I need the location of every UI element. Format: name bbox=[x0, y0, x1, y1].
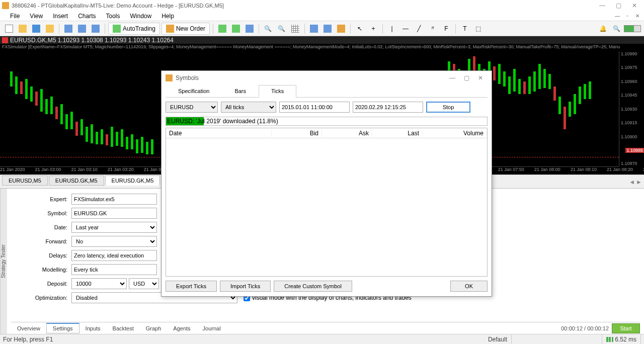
data-window-icon[interactable] bbox=[76, 23, 88, 35]
chart-tab-2[interactable]: EURUSD.GK,M5 bbox=[105, 176, 160, 186]
save-icon[interactable] bbox=[30, 23, 42, 35]
dialog-maximize-icon[interactable]: ▢ bbox=[459, 74, 473, 81]
open-icon[interactable] bbox=[17, 23, 29, 35]
label-icon[interactable]: ⬚ bbox=[472, 23, 485, 35]
tab-next-icon[interactable]: ► bbox=[636, 179, 642, 186]
autoscroll-icon[interactable] bbox=[321, 23, 334, 35]
zoom-in-icon[interactable]: 🔍 bbox=[262, 23, 274, 35]
y-tick: 1.10930 bbox=[621, 107, 637, 112]
start-button[interactable]: Start bbox=[612, 323, 640, 333]
dialog-minimize-icon[interactable]: — bbox=[445, 74, 459, 81]
modelling-input[interactable] bbox=[71, 264, 157, 275]
dtab-specification[interactable]: Specification bbox=[166, 85, 222, 97]
menu-tools[interactable]: Tools bbox=[101, 12, 125, 21]
vline-icon[interactable]: | bbox=[386, 23, 398, 35]
shift-icon[interactable] bbox=[308, 23, 320, 35]
y-tick: 1.10990 bbox=[621, 51, 637, 56]
tile-icon[interactable] bbox=[289, 23, 301, 35]
profiles-icon[interactable] bbox=[44, 23, 56, 35]
tab-agents[interactable]: Agents bbox=[167, 324, 196, 333]
symbol-input[interactable] bbox=[71, 208, 157, 219]
mdi-minimize-icon[interactable]: — bbox=[613, 13, 622, 20]
maximize-button[interactable]: ▢ bbox=[611, 1, 626, 11]
menu-file[interactable]: File bbox=[5, 12, 25, 21]
hline-icon[interactable]: — bbox=[399, 23, 412, 35]
date-select[interactable]: Last year bbox=[71, 222, 157, 233]
create-symbol-button[interactable]: Create Custom Symbol bbox=[274, 281, 352, 292]
dialog-from-input[interactable] bbox=[279, 102, 350, 113]
dtab-ticks[interactable]: Ticks bbox=[259, 85, 296, 98]
dtab-bars[interactable]: Bars bbox=[222, 85, 259, 97]
label-expert: Expert: bbox=[11, 196, 71, 202]
chart-tab-1[interactable]: EURUSD.GK,M5 bbox=[49, 176, 104, 186]
line-chart-icon[interactable] bbox=[244, 23, 256, 35]
tab-settings[interactable]: Settings bbox=[46, 323, 79, 333]
equidistant-icon[interactable]: 〃 bbox=[427, 23, 439, 35]
menu-help[interactable]: Help bbox=[156, 12, 179, 21]
col-volume[interactable]: Volume bbox=[423, 130, 487, 137]
menu-charts[interactable]: Charts bbox=[73, 12, 101, 21]
signal-icon bbox=[606, 337, 613, 342]
dialog-stop-button[interactable]: Stop bbox=[426, 102, 470, 113]
menu-insert[interactable]: Insert bbox=[48, 12, 73, 21]
alert-icon[interactable]: 🔔 bbox=[597, 23, 609, 35]
col-ask[interactable]: Ask bbox=[322, 130, 372, 137]
trendline-icon[interactable]: ╱ bbox=[413, 23, 425, 35]
minimize-button[interactable]: — bbox=[595, 1, 610, 11]
mdi-restore-icon[interactable]: ▫ bbox=[623, 13, 632, 20]
menu-view[interactable]: View bbox=[25, 12, 48, 21]
dialog-ticks-select[interactable]: All ticks bbox=[221, 102, 276, 113]
bar-chart-icon[interactable] bbox=[216, 23, 228, 35]
text-icon[interactable]: T bbox=[459, 23, 471, 35]
tab-graph[interactable]: Graph bbox=[140, 324, 168, 333]
cursor-icon[interactable]: ↖ bbox=[354, 23, 366, 35]
delays-input[interactable] bbox=[71, 250, 157, 261]
menu-window[interactable]: Window bbox=[125, 12, 157, 21]
expert-input[interactable] bbox=[71, 194, 157, 205]
chart-header-text: EURUSD.GK,M5 1.10293 1.10308 1.10293 1.1… bbox=[10, 37, 174, 44]
label-forward: Forward: bbox=[11, 238, 71, 244]
tab-prev-icon[interactable]: ◄ bbox=[629, 179, 635, 186]
status-profile[interactable]: Default bbox=[484, 334, 512, 344]
x-tick: 21 Jan 03:10 bbox=[71, 167, 98, 175]
navigator-icon[interactable] bbox=[90, 23, 102, 35]
zoom-out-icon[interactable]: 🔍 bbox=[276, 23, 288, 35]
forward-select[interactable]: No bbox=[71, 236, 157, 247]
col-bid[interactable]: Bid bbox=[272, 130, 322, 137]
dialog-symbol-select[interactable]: EURUSD bbox=[166, 102, 218, 113]
indicators-icon[interactable] bbox=[335, 23, 347, 35]
tab-overview[interactable]: Overview bbox=[11, 324, 46, 333]
dialog-to-input[interactable] bbox=[353, 102, 423, 113]
tab-inputs[interactable]: Inputs bbox=[79, 324, 107, 333]
label-deposit: Deposit: bbox=[11, 281, 71, 287]
ok-button[interactable]: OK bbox=[450, 281, 488, 292]
menu-bar: File View Insert Charts Tools Window Hel… bbox=[0, 11, 644, 21]
dialog-close-icon[interactable]: ✕ bbox=[473, 74, 488, 81]
fibo-icon[interactable]: F bbox=[440, 23, 452, 35]
x-tick: 21 Jan 08:00 bbox=[534, 167, 560, 175]
y-tick: 1.10945 bbox=[621, 93, 637, 98]
col-last[interactable]: Last bbox=[372, 130, 423, 137]
autotrading-button[interactable]: AutoTrading bbox=[108, 23, 160, 35]
deposit-ccy-select[interactable]: USD bbox=[129, 278, 159, 289]
tab-backtest[interactable]: Backtest bbox=[107, 324, 140, 333]
mdi-close-icon[interactable]: ✕ bbox=[633, 13, 642, 20]
chart-tab-0[interactable]: EURUSD,M5 bbox=[2, 176, 48, 186]
progress-text: EURUSD: 'Jul 2019' downloaded (11.8%) bbox=[167, 118, 278, 125]
export-ticks-button[interactable]: Export Ticks bbox=[166, 281, 217, 292]
deposit-amount-select[interactable]: 10000 bbox=[71, 278, 127, 289]
ticks-grid[interactable]: Date Bid Ask Last Volume bbox=[166, 128, 488, 277]
market-watch-icon[interactable] bbox=[62, 23, 74, 35]
label-optimization: Optimization: bbox=[11, 295, 71, 301]
tab-journal[interactable]: Journal bbox=[197, 324, 227, 333]
y-tick: 1.10900 bbox=[621, 134, 637, 139]
import-ticks-button[interactable]: Import Ticks bbox=[220, 281, 271, 292]
col-date[interactable]: Date bbox=[166, 130, 272, 137]
new-chart-icon[interactable] bbox=[3, 23, 15, 35]
candle-chart-icon[interactable] bbox=[230, 23, 242, 35]
tester-timer: 00:00:12 / 00:00:12 bbox=[561, 325, 612, 331]
close-button[interactable]: ✕ bbox=[627, 1, 642, 11]
crosshair-icon[interactable]: + bbox=[367, 23, 379, 35]
new-order-button[interactable]: New Order bbox=[162, 23, 210, 35]
search-icon[interactable]: 🔍 bbox=[610, 23, 622, 35]
